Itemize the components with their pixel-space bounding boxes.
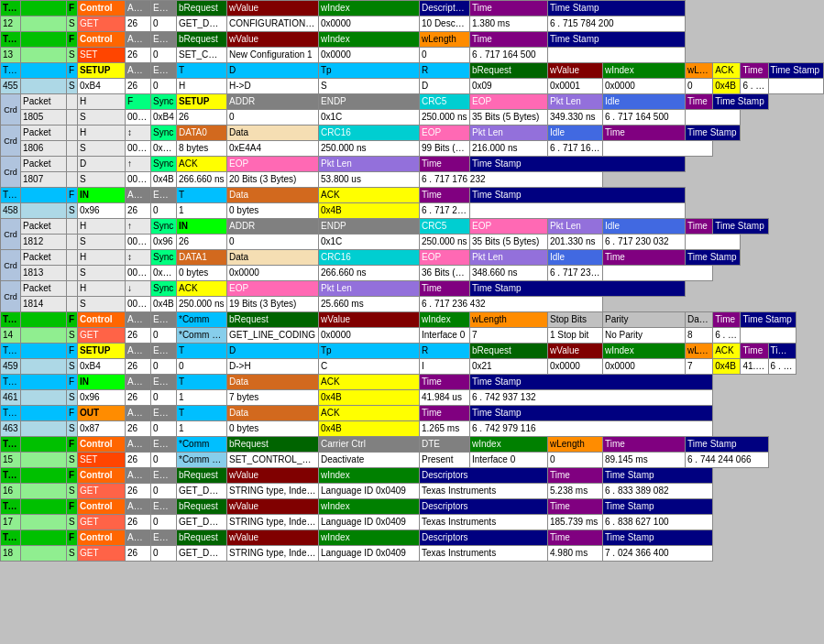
data-label: Data bbox=[227, 406, 319, 421]
row-type-f: F bbox=[67, 530, 78, 546]
wval-val: New Configuration 1 bbox=[227, 48, 319, 63]
wvalue-label: wValue bbox=[548, 344, 603, 359]
time-str: 5.238 ms bbox=[548, 484, 603, 499]
timestamp-label: Time Stamp bbox=[470, 188, 686, 203]
row-num2 bbox=[21, 484, 67, 499]
time-val: 41.984 us bbox=[420, 390, 470, 406]
row-num: 463 bbox=[1, 421, 21, 437]
wlength-label: wLength bbox=[470, 312, 548, 328]
out-label: OUT bbox=[78, 406, 126, 421]
eop-label: EOP bbox=[227, 281, 319, 297]
sync-label: Sync bbox=[151, 281, 177, 297]
endp-val: 0 bbox=[151, 453, 177, 468]
data-label: Data bbox=[227, 188, 319, 203]
row-label: Transfer bbox=[1, 32, 21, 48]
table-row: Transaction F IN ADDR ENDP T Data ACK Ti… bbox=[1, 188, 824, 203]
cmd-get: GET bbox=[78, 484, 126, 499]
pkt-id bbox=[67, 157, 78, 172]
time-label: Time bbox=[741, 63, 768, 79]
d-val: D->H bbox=[227, 359, 319, 375]
brequest-label: bRequest bbox=[227, 312, 319, 328]
wvalue-label: wValue bbox=[227, 32, 319, 48]
d1-val: 0xD2 bbox=[151, 266, 177, 281]
row-num2 bbox=[21, 390, 67, 406]
desc-str2: Texas Instruments bbox=[420, 515, 548, 530]
wlen-val2: 7 bbox=[686, 359, 713, 375]
addr-val: 26 bbox=[126, 453, 151, 468]
endp-label: ENDP bbox=[151, 32, 177, 48]
addr-label: ADDR bbox=[126, 499, 151, 515]
wvalue-label: wValue bbox=[227, 1, 319, 16]
table-row: 1814 S 00000001 0x4B 250.000 ns 19 Bits … bbox=[1, 297, 824, 312]
breq-str2: GET_DESCRIPTOR bbox=[177, 515, 227, 530]
addr-val: 0x96 bbox=[78, 203, 126, 219]
comm-label: *Comm bbox=[177, 437, 227, 453]
time-val2: 6 . 717 164 500 bbox=[741, 79, 768, 94]
crc16-label: CRC16 bbox=[319, 126, 420, 141]
breq-val2: 0x09 bbox=[470, 79, 548, 94]
addr-val: 0xB4 bbox=[78, 359, 126, 375]
endp-val: 0 bbox=[151, 16, 177, 32]
eop-label: EOP bbox=[420, 250, 470, 266]
endp-val: 0 bbox=[151, 390, 177, 406]
ts-pkt bbox=[603, 266, 713, 281]
addr-num2: 0xB4 bbox=[151, 110, 177, 126]
time-label: Time bbox=[420, 375, 470, 390]
row-label: Transfer bbox=[1, 1, 21, 16]
endp-num: 0 bbox=[227, 110, 319, 126]
row-id bbox=[21, 375, 67, 390]
pktlen-label: Pkt Len bbox=[319, 157, 420, 172]
row-type-s: S bbox=[67, 453, 78, 468]
brequest-label: bRequest bbox=[227, 437, 319, 453]
crc5-val: 0x1C bbox=[319, 235, 420, 250]
d-val: H->D bbox=[227, 79, 319, 94]
pktlen-val: 35 Bits (5 Bytes) bbox=[470, 235, 548, 250]
stopbit-label: Stop Bits bbox=[548, 312, 603, 328]
pktlen-label: Pkt Len bbox=[548, 94, 603, 110]
ts-pkt bbox=[686, 110, 741, 126]
s-col: S bbox=[78, 266, 126, 281]
tp-val: S bbox=[319, 79, 420, 94]
windex-label: wIndex bbox=[420, 312, 470, 328]
tp-label: Tp bbox=[319, 63, 420, 79]
row-type-f: F bbox=[67, 32, 78, 48]
endp-label: ENDP bbox=[151, 468, 177, 484]
row-num2 bbox=[21, 203, 67, 219]
row-num: 16 bbox=[1, 484, 21, 499]
widx-str: Language ID 0x0409 bbox=[319, 484, 420, 499]
table-row: Transaction F IN ADDR ENDP T Data ACK Ti… bbox=[1, 375, 824, 390]
endp-label: ENDP bbox=[151, 437, 177, 453]
table-row: Crd Packet H ↑ Sync IN ADDR ENDP CRC5 EO… bbox=[1, 219, 824, 235]
desc-str: Texas Instruments bbox=[420, 484, 548, 499]
crc5-val: 0x1C bbox=[319, 110, 420, 126]
breq-str3: GET_DESCRIPTOR bbox=[177, 546, 227, 562]
windex-label: wIndex bbox=[470, 437, 548, 453]
table-row: 1805 S 00000001 0xB4 26 0 0x1C 250.000 n… bbox=[1, 110, 824, 126]
table-row: 16 S GET 26 0 GET_DESCRIPTOR STRING type… bbox=[1, 484, 824, 499]
pkt-num: 1814 bbox=[21, 297, 67, 312]
eop-val: 250.000 ns bbox=[177, 297, 227, 312]
widx-val: 0x0000 bbox=[319, 16, 420, 32]
addr-val: 26 bbox=[126, 546, 151, 562]
wval-str: STRING type, Index 1 bbox=[227, 484, 319, 499]
eop-label: EOP bbox=[420, 126, 470, 141]
addr-val: 0x87 bbox=[78, 421, 126, 437]
pktlen-val: 20 Bits (3 Bytes) bbox=[227, 172, 319, 188]
endp-val: 0 bbox=[151, 203, 177, 219]
tp-label: Tp bbox=[319, 344, 420, 359]
ts-cls: 6 . 744 244 066 bbox=[686, 453, 769, 468]
time-label: Time bbox=[603, 250, 686, 266]
time-str3: 4.980 ms bbox=[548, 546, 603, 562]
endp-label: ENDP bbox=[151, 406, 177, 421]
row-num: 458 bbox=[1, 203, 21, 219]
crc16-val: 0xE4A4 bbox=[227, 141, 319, 157]
comm-req: *Comm Request bbox=[177, 453, 227, 468]
time-val: 53.800 us bbox=[319, 172, 420, 188]
row-label: Transaction bbox=[1, 375, 21, 390]
timestamp-label: Time Stamp bbox=[470, 406, 713, 421]
addr-label: ADDR bbox=[126, 1, 151, 16]
t-val: 0 bbox=[177, 359, 227, 375]
timestamp-label: Time Stamp bbox=[713, 219, 768, 235]
ack-label: ACK bbox=[713, 344, 741, 359]
time-pkt: 6 . 717 233 150 bbox=[548, 266, 603, 281]
